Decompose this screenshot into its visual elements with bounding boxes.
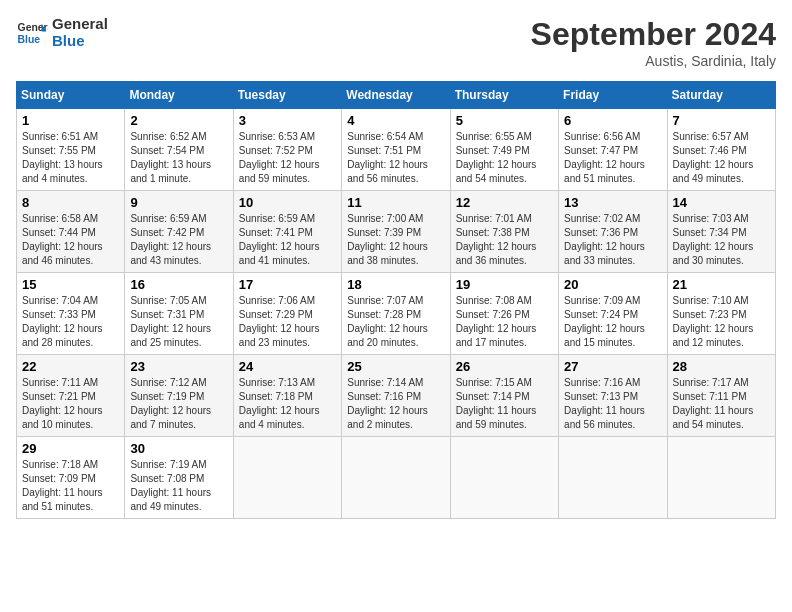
logo-line1: General	[52, 16, 108, 33]
calendar-day-16: 16 Sunrise: 7:05 AMSunset: 7:31 PMDaylig…	[125, 273, 233, 355]
calendar-day-11: 11 Sunrise: 7:00 AMSunset: 7:39 PMDaylig…	[342, 191, 450, 273]
calendar-day-5: 5 Sunrise: 6:55 AMSunset: 7:49 PMDayligh…	[450, 109, 558, 191]
empty-cell	[233, 437, 341, 519]
day-number: 23	[130, 359, 227, 374]
day-info: Sunrise: 7:11 AMSunset: 7:21 PMDaylight:…	[22, 377, 103, 430]
calendar-day-28: 28 Sunrise: 7:17 AMSunset: 7:11 PMDaylig…	[667, 355, 775, 437]
calendar-day-30: 30 Sunrise: 7:19 AMSunset: 7:08 PMDaylig…	[125, 437, 233, 519]
day-info: Sunrise: 6:55 AMSunset: 7:49 PMDaylight:…	[456, 131, 537, 184]
day-info: Sunrise: 6:59 AMSunset: 7:41 PMDaylight:…	[239, 213, 320, 266]
day-number: 18	[347, 277, 444, 292]
day-info: Sunrise: 7:04 AMSunset: 7:33 PMDaylight:…	[22, 295, 103, 348]
day-number: 28	[673, 359, 770, 374]
calendar-day-19: 19 Sunrise: 7:08 AMSunset: 7:26 PMDaylig…	[450, 273, 558, 355]
weekday-header-friday: Friday	[559, 82, 667, 109]
day-number: 6	[564, 113, 661, 128]
calendar-day-1: 1 Sunrise: 6:51 AMSunset: 7:55 PMDayligh…	[17, 109, 125, 191]
day-number: 5	[456, 113, 553, 128]
logo-line2: Blue	[52, 33, 108, 50]
weekday-header-sunday: Sunday	[17, 82, 125, 109]
calendar-day-18: 18 Sunrise: 7:07 AMSunset: 7:28 PMDaylig…	[342, 273, 450, 355]
day-info: Sunrise: 7:07 AMSunset: 7:28 PMDaylight:…	[347, 295, 428, 348]
day-number: 26	[456, 359, 553, 374]
calendar-day-8: 8 Sunrise: 6:58 AMSunset: 7:44 PMDayligh…	[17, 191, 125, 273]
day-number: 7	[673, 113, 770, 128]
day-info: Sunrise: 6:51 AMSunset: 7:55 PMDaylight:…	[22, 131, 103, 184]
day-info: Sunrise: 7:16 AMSunset: 7:13 PMDaylight:…	[564, 377, 645, 430]
day-info: Sunrise: 7:18 AMSunset: 7:09 PMDaylight:…	[22, 459, 103, 512]
day-info: Sunrise: 6:59 AMSunset: 7:42 PMDaylight:…	[130, 213, 211, 266]
day-number: 14	[673, 195, 770, 210]
day-info: Sunrise: 6:57 AMSunset: 7:46 PMDaylight:…	[673, 131, 754, 184]
day-number: 29	[22, 441, 119, 456]
title-block: September 2024 Austis, Sardinia, Italy	[531, 16, 776, 69]
day-number: 20	[564, 277, 661, 292]
calendar-day-12: 12 Sunrise: 7:01 AMSunset: 7:38 PMDaylig…	[450, 191, 558, 273]
day-number: 10	[239, 195, 336, 210]
month-title: September 2024	[531, 16, 776, 53]
day-number: 4	[347, 113, 444, 128]
day-info: Sunrise: 7:10 AMSunset: 7:23 PMDaylight:…	[673, 295, 754, 348]
weekday-header-monday: Monday	[125, 82, 233, 109]
day-number: 24	[239, 359, 336, 374]
svg-text:Blue: Blue	[18, 33, 41, 44]
day-info: Sunrise: 7:06 AMSunset: 7:29 PMDaylight:…	[239, 295, 320, 348]
weekday-header-wednesday: Wednesday	[342, 82, 450, 109]
day-info: Sunrise: 7:14 AMSunset: 7:16 PMDaylight:…	[347, 377, 428, 430]
day-info: Sunrise: 7:08 AMSunset: 7:26 PMDaylight:…	[456, 295, 537, 348]
day-info: Sunrise: 7:12 AMSunset: 7:19 PMDaylight:…	[130, 377, 211, 430]
calendar-day-10: 10 Sunrise: 6:59 AMSunset: 7:41 PMDaylig…	[233, 191, 341, 273]
day-info: Sunrise: 7:03 AMSunset: 7:34 PMDaylight:…	[673, 213, 754, 266]
calendar-day-7: 7 Sunrise: 6:57 AMSunset: 7:46 PMDayligh…	[667, 109, 775, 191]
empty-cell	[450, 437, 558, 519]
day-number: 25	[347, 359, 444, 374]
day-info: Sunrise: 7:13 AMSunset: 7:18 PMDaylight:…	[239, 377, 320, 430]
day-number: 11	[347, 195, 444, 210]
empty-cell	[559, 437, 667, 519]
empty-cell	[342, 437, 450, 519]
logo: General Blue General Blue	[16, 16, 108, 49]
calendar-day-23: 23 Sunrise: 7:12 AMSunset: 7:19 PMDaylig…	[125, 355, 233, 437]
day-number: 16	[130, 277, 227, 292]
calendar-day-3: 3 Sunrise: 6:53 AMSunset: 7:52 PMDayligh…	[233, 109, 341, 191]
day-number: 12	[456, 195, 553, 210]
calendar-table: SundayMondayTuesdayWednesdayThursdayFrid…	[16, 81, 776, 519]
day-number: 21	[673, 277, 770, 292]
page-header: General Blue General Blue September 2024…	[16, 16, 776, 69]
weekday-header-tuesday: Tuesday	[233, 82, 341, 109]
day-info: Sunrise: 7:15 AMSunset: 7:14 PMDaylight:…	[456, 377, 537, 430]
empty-cell	[667, 437, 775, 519]
day-number: 8	[22, 195, 119, 210]
calendar-day-21: 21 Sunrise: 7:10 AMSunset: 7:23 PMDaylig…	[667, 273, 775, 355]
location-subtitle: Austis, Sardinia, Italy	[531, 53, 776, 69]
day-number: 2	[130, 113, 227, 128]
day-number: 1	[22, 113, 119, 128]
day-info: Sunrise: 6:53 AMSunset: 7:52 PMDaylight:…	[239, 131, 320, 184]
calendar-day-26: 26 Sunrise: 7:15 AMSunset: 7:14 PMDaylig…	[450, 355, 558, 437]
day-number: 27	[564, 359, 661, 374]
logo-icon: General Blue	[16, 17, 48, 49]
day-info: Sunrise: 7:05 AMSunset: 7:31 PMDaylight:…	[130, 295, 211, 348]
day-number: 9	[130, 195, 227, 210]
day-number: 15	[22, 277, 119, 292]
calendar-day-20: 20 Sunrise: 7:09 AMSunset: 7:24 PMDaylig…	[559, 273, 667, 355]
calendar-day-17: 17 Sunrise: 7:06 AMSunset: 7:29 PMDaylig…	[233, 273, 341, 355]
calendar-day-13: 13 Sunrise: 7:02 AMSunset: 7:36 PMDaylig…	[559, 191, 667, 273]
day-info: Sunrise: 7:01 AMSunset: 7:38 PMDaylight:…	[456, 213, 537, 266]
day-info: Sunrise: 7:09 AMSunset: 7:24 PMDaylight:…	[564, 295, 645, 348]
calendar-day-25: 25 Sunrise: 7:14 AMSunset: 7:16 PMDaylig…	[342, 355, 450, 437]
day-info: Sunrise: 7:02 AMSunset: 7:36 PMDaylight:…	[564, 213, 645, 266]
weekday-header-saturday: Saturday	[667, 82, 775, 109]
day-info: Sunrise: 7:17 AMSunset: 7:11 PMDaylight:…	[673, 377, 754, 430]
calendar-day-29: 29 Sunrise: 7:18 AMSunset: 7:09 PMDaylig…	[17, 437, 125, 519]
calendar-day-24: 24 Sunrise: 7:13 AMSunset: 7:18 PMDaylig…	[233, 355, 341, 437]
day-info: Sunrise: 7:00 AMSunset: 7:39 PMDaylight:…	[347, 213, 428, 266]
day-number: 19	[456, 277, 553, 292]
calendar-day-9: 9 Sunrise: 6:59 AMSunset: 7:42 PMDayligh…	[125, 191, 233, 273]
calendar-day-14: 14 Sunrise: 7:03 AMSunset: 7:34 PMDaylig…	[667, 191, 775, 273]
calendar-day-22: 22 Sunrise: 7:11 AMSunset: 7:21 PMDaylig…	[17, 355, 125, 437]
day-info: Sunrise: 6:56 AMSunset: 7:47 PMDaylight:…	[564, 131, 645, 184]
day-info: Sunrise: 6:54 AMSunset: 7:51 PMDaylight:…	[347, 131, 428, 184]
weekday-header-thursday: Thursday	[450, 82, 558, 109]
calendar-day-27: 27 Sunrise: 7:16 AMSunset: 7:13 PMDaylig…	[559, 355, 667, 437]
